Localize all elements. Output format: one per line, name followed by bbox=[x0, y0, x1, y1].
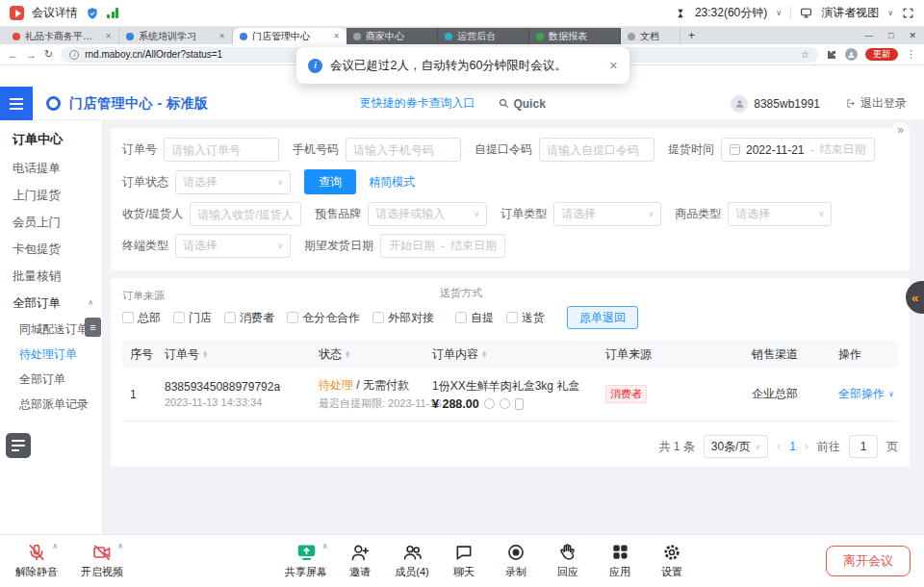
goods-type-select[interactable]: 请选择 ∨ bbox=[728, 202, 832, 226]
meeting-timer[interactable]: 23:32(60分钟) bbox=[695, 5, 767, 21]
sidebar-item-member-visit[interactable]: 会员上门 bbox=[0, 209, 102, 236]
browser-menu-kebab-icon[interactable]: ⋮ bbox=[906, 48, 916, 61]
browser-profile-avatar[interactable] bbox=[845, 48, 858, 61]
checkbox-source-consumer[interactable]: 消费者 bbox=[224, 310, 274, 326]
calendar-icon bbox=[730, 144, 740, 155]
browser-tab[interactable]: 文档 bbox=[621, 28, 680, 44]
checkbox-source-warehouse-coop[interactable]: 仓分仓合作 bbox=[287, 310, 360, 326]
simple-mode-link[interactable]: 精简模式 bbox=[369, 174, 415, 191]
goods-type-label: 商品类型 bbox=[675, 206, 721, 222]
tab-close-icon[interactable]: ✕ bbox=[218, 32, 225, 40]
view-mode-caret-icon[interactable]: ∨ bbox=[887, 9, 893, 17]
chevron-up-icon[interactable]: ∧ bbox=[52, 542, 58, 550]
start-video-button[interactable]: ∧ 开启视频 bbox=[77, 541, 127, 579]
sidebar-subitem-hq-dispatch[interactable]: 总部派单记录 bbox=[0, 392, 102, 417]
coupon-query-link[interactable]: 更快捷的券卡查询入口 bbox=[359, 95, 475, 112]
leave-meeting-button[interactable]: 离开会议 bbox=[826, 546, 911, 576]
checkbox-source-external[interactable]: 外部对接 bbox=[372, 310, 434, 326]
browser-tab[interactable]: 礼品卡商务平台管理中心 ✕ bbox=[6, 28, 119, 44]
checkbox-delivery-selfpickup[interactable]: 自提 bbox=[455, 310, 494, 326]
tab-favicon bbox=[126, 33, 134, 40]
reload-icon[interactable]: ↻ bbox=[44, 48, 53, 61]
pickup-code-input[interactable] bbox=[539, 138, 654, 162]
quick-search[interactable]: Quick bbox=[499, 97, 545, 111]
phone-input[interactable] bbox=[346, 138, 461, 162]
page-size-select[interactable]: 30条/页 ∨ bbox=[704, 435, 769, 458]
window-minimize-button[interactable]: — bbox=[857, 31, 881, 40]
record-button[interactable]: 录制 bbox=[493, 541, 539, 579]
window-maximize-button[interactable]: □ bbox=[881, 31, 901, 40]
logout-button[interactable]: 退出登录 bbox=[846, 95, 907, 112]
prev-page-button[interactable]: ‹ bbox=[777, 440, 781, 453]
col-header-content[interactable]: 订单内容▲▼ bbox=[424, 346, 598, 363]
current-page[interactable]: 1 bbox=[789, 440, 796, 453]
browser-tab[interactable]: 系统培训学习 ✕ bbox=[119, 28, 233, 44]
sidebar-subitem-pending-orders[interactable]: 待处理订单 bbox=[0, 342, 102, 367]
invite-person-icon bbox=[350, 543, 370, 562]
hamburger-menu-button[interactable] bbox=[0, 87, 33, 120]
filter-collapse-toggle[interactable]: » bbox=[892, 122, 909, 138]
new-tab-button[interactable]: + bbox=[688, 28, 695, 43]
view-mode-label[interactable]: 演讲者视图 bbox=[821, 5, 879, 21]
browser-tab[interactable]: 商家中心 bbox=[346, 28, 438, 44]
sort-icon[interactable]: ▲▼ bbox=[202, 350, 208, 358]
order-status-select[interactable]: 请选择 ∨ bbox=[175, 170, 291, 194]
window-close-button[interactable]: ✕ bbox=[901, 31, 924, 40]
sidebar-item-door-pickup[interactable]: 上门提货 bbox=[0, 182, 102, 209]
toast-close-icon[interactable]: ✕ bbox=[609, 60, 618, 72]
receiver-input[interactable] bbox=[190, 202, 301, 226]
user-menu[interactable]: 8385wb1991 bbox=[731, 95, 820, 113]
sort-icon[interactable]: ▲▼ bbox=[345, 350, 350, 358]
row-actions-dropdown[interactable]: 全部操作∨ bbox=[838, 386, 894, 402]
chevron-up-icon[interactable]: ∧ bbox=[117, 542, 123, 550]
col-header-order-no[interactable]: 订单号▲▼ bbox=[157, 346, 311, 363]
pickup-date-range-picker[interactable]: 2022-11-21 - 结束日期 bbox=[721, 138, 875, 162]
site-info-icon[interactable]: i bbox=[69, 50, 79, 60]
chevron-up-icon[interactable]: ∧ bbox=[322, 542, 328, 550]
browser-tab-active[interactable]: 门店管理中心 ✕ bbox=[233, 28, 346, 44]
sidebar-item-phone-order[interactable]: 电话提单 bbox=[0, 155, 102, 182]
brand-select[interactable]: 请选择或输入 ∨ bbox=[368, 202, 487, 226]
sidebar-group-all-orders[interactable]: 全部订单 ∧ bbox=[0, 290, 102, 317]
browser-update-button[interactable]: 更新 bbox=[865, 48, 898, 61]
unmute-button[interactable]: ∧ 解除静音 bbox=[12, 541, 62, 579]
meeting-detail-label[interactable]: 会议详情 bbox=[32, 5, 78, 21]
tab-close-icon[interactable]: ✕ bbox=[333, 32, 340, 40]
extensions-puzzle-icon[interactable] bbox=[826, 49, 837, 61]
back-icon[interactable]: ← bbox=[8, 49, 18, 61]
forward-icon[interactable]: → bbox=[26, 49, 37, 61]
reactions-button[interactable]: 回应 bbox=[545, 541, 591, 579]
sort-icon[interactable]: ▲▼ bbox=[481, 350, 487, 358]
original-order-return-button[interactable]: 原单退回 bbox=[567, 306, 638, 329]
checkbox-delivery-deliver[interactable]: 送货 bbox=[506, 310, 545, 326]
terminal-type-select[interactable]: 请选择 ∨ bbox=[175, 234, 291, 258]
fullscreen-icon[interactable] bbox=[902, 7, 914, 19]
share-screen-button[interactable]: ∧ 共享屏幕 bbox=[281, 541, 331, 579]
chat-button[interactable]: 聊天 bbox=[441, 541, 487, 579]
members-button[interactable]: 成员(4) bbox=[389, 541, 435, 579]
col-header-status[interactable]: 状态▲▼ bbox=[311, 346, 424, 363]
tab-close-icon[interactable]: ✕ bbox=[105, 32, 112, 40]
search-button[interactable]: 查询 bbox=[304, 169, 356, 194]
invite-button[interactable]: 邀请 bbox=[337, 541, 383, 579]
bookmark-star-icon[interactable]: ☆ bbox=[801, 49, 809, 60]
col-header-channel: 销售渠道 bbox=[744, 346, 831, 363]
timer-hourglass-icon bbox=[675, 8, 686, 19]
apps-button[interactable]: 应用 bbox=[597, 541, 643, 579]
next-page-button[interactable]: › bbox=[805, 440, 808, 453]
settings-button[interactable]: 设置 bbox=[649, 541, 695, 579]
sidebar-item-batch-verify[interactable]: 批量核销 bbox=[0, 263, 102, 290]
browser-tab[interactable]: 数据报表 bbox=[529, 28, 621, 44]
checkbox-source-store[interactable]: 门店 bbox=[173, 310, 212, 326]
sidebar-item-card-pickup[interactable]: 卡包提货 bbox=[0, 236, 102, 263]
checkbox-source-hq[interactable]: 总部 bbox=[122, 310, 161, 326]
timer-caret-icon[interactable]: ∨ bbox=[776, 9, 782, 17]
expect-ship-date-picker[interactable]: 开始日期 - 结束日期 bbox=[380, 234, 505, 258]
order-type-select[interactable]: 请选择 ∨ bbox=[553, 202, 661, 226]
menu-drag-handle-icon[interactable]: ≡ bbox=[85, 318, 101, 337]
sidebar-subitem-all-orders[interactable]: 全部订单 bbox=[0, 367, 102, 392]
browser-tab[interactable]: 运营后台 bbox=[438, 28, 529, 44]
order-no-input[interactable] bbox=[164, 138, 279, 162]
goto-page-input[interactable] bbox=[849, 435, 878, 458]
quick-panel-button[interactable] bbox=[6, 433, 31, 458]
